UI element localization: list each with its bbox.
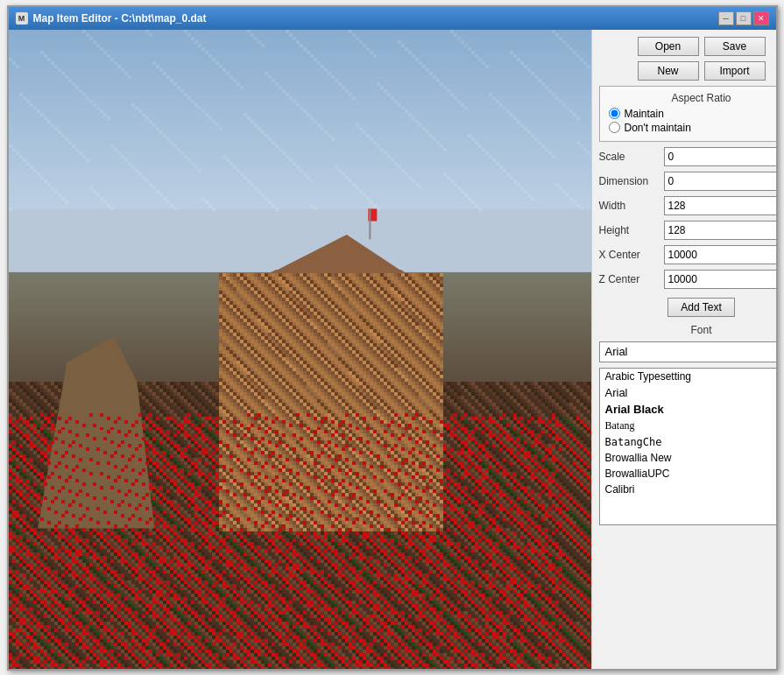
height-label: Height bbox=[599, 224, 660, 236]
maintain-radio[interactable] bbox=[609, 108, 620, 119]
height-row: Height bbox=[599, 221, 776, 240]
open-save-row: Open Save bbox=[599, 37, 776, 56]
xcenter-label: X Center bbox=[599, 249, 660, 261]
font-list-items: Arabic Typesetting Arial Arial Black Bat… bbox=[600, 369, 776, 524]
scale-input[interactable] bbox=[664, 147, 776, 166]
dont-maintain-label: Don't maintain bbox=[625, 122, 691, 134]
new-import-row: New Import bbox=[599, 61, 776, 81]
list-item[interactable]: BatangChe bbox=[600, 434, 776, 450]
dimension-label: Dimension bbox=[599, 175, 660, 187]
new-button[interactable]: New bbox=[638, 61, 699, 81]
height-input[interactable] bbox=[664, 221, 776, 240]
font-select-display[interactable]: Arial ▼ bbox=[599, 341, 776, 362]
list-item[interactable]: Arabic Typesetting bbox=[600, 369, 776, 384]
width-input[interactable] bbox=[664, 196, 776, 215]
list-item[interactable]: Batang bbox=[600, 418, 776, 434]
maintain-label: Maintain bbox=[625, 108, 664, 120]
zcenter-label: Z Center bbox=[599, 273, 660, 285]
font-label: Font bbox=[599, 324, 776, 336]
font-list: Arabic Typesetting Arial Arial Black Bat… bbox=[599, 368, 776, 525]
window-title: Map Item Editor - C:\nbt\map_0.dat bbox=[33, 12, 207, 25]
dimension-input[interactable] bbox=[664, 172, 776, 191]
minimize-button[interactable]: ─ bbox=[718, 11, 734, 25]
list-item[interactable]: Arial Black bbox=[600, 401, 776, 418]
dimension-row: Dimension bbox=[599, 172, 776, 191]
import-button[interactable]: Import bbox=[704, 61, 766, 81]
main-window: M Map Item Editor - C:\nbt\map_0.dat ─ □… bbox=[7, 5, 778, 671]
dont-maintain-radio-row: Don't maintain bbox=[609, 122, 776, 134]
zcenter-input[interactable] bbox=[664, 270, 776, 289]
scale-label: Scale bbox=[599, 151, 660, 163]
add-text-button[interactable]: Add Text bbox=[667, 298, 734, 317]
font-selected-value: Arial bbox=[605, 345, 628, 358]
font-list-scroll: Arabic Typesetting Arial Arial Black Bat… bbox=[600, 369, 776, 524]
xcenter-row: X Center bbox=[599, 245, 776, 264]
title-bar-controls: ─ □ ✕ bbox=[718, 11, 769, 25]
maximize-button[interactable]: □ bbox=[736, 11, 752, 25]
list-item[interactable]: BrowalliaUPC bbox=[600, 466, 776, 482]
width-row: Width bbox=[599, 196, 776, 215]
content-area: Open Save New Import Aspect Ratio Mainta… bbox=[9, 30, 776, 669]
dont-maintain-radio[interactable] bbox=[609, 122, 620, 133]
right-panel: Open Save New Import Aspect Ratio Mainta… bbox=[591, 30, 776, 669]
list-item[interactable]: Arial bbox=[600, 384, 776, 401]
zcenter-row: Z Center bbox=[599, 270, 776, 289]
close-button[interactable]: ✕ bbox=[753, 11, 769, 25]
add-text-row: Add Text bbox=[599, 298, 776, 317]
map-canvas bbox=[9, 30, 591, 669]
scale-row: Scale bbox=[599, 147, 776, 166]
width-label: Width bbox=[599, 200, 660, 212]
list-item[interactable]: Calibri bbox=[600, 482, 776, 497]
font-dropdown-wrapper: Arial ▼ bbox=[599, 341, 776, 362]
open-button[interactable]: Open bbox=[638, 37, 699, 56]
image-panel bbox=[9, 30, 591, 669]
maintain-radio-row: Maintain bbox=[609, 108, 776, 120]
aspect-ratio-title: Aspect Ratio bbox=[609, 92, 776, 104]
list-item[interactable]: Browallia New bbox=[600, 450, 776, 466]
save-button[interactable]: Save bbox=[704, 37, 766, 56]
title-bar: M Map Item Editor - C:\nbt\map_0.dat ─ □… bbox=[9, 7, 776, 30]
title-bar-left: M Map Item Editor - C:\nbt\map_0.dat bbox=[16, 12, 207, 25]
window-icon: M bbox=[16, 12, 28, 25]
xcenter-input[interactable] bbox=[664, 245, 776, 264]
aspect-ratio-box: Aspect Ratio Maintain Don't maintain bbox=[599, 86, 776, 142]
